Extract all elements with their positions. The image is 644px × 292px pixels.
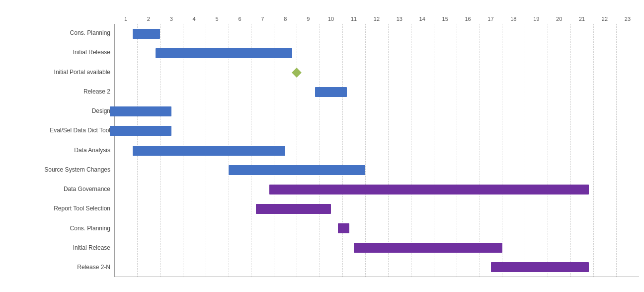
row-label: Initial Release bbox=[5, 239, 114, 257]
row-label: Release 2-N bbox=[5, 258, 114, 276]
gantt-bar bbox=[156, 48, 292, 58]
gantt-bar bbox=[338, 223, 349, 233]
axis-col: 1 bbox=[114, 16, 137, 22]
axis-col: 3 bbox=[160, 16, 183, 22]
axis-col: 9 bbox=[297, 16, 320, 22]
axis-col: 17 bbox=[480, 16, 502, 22]
axis-col: 4 bbox=[183, 16, 206, 22]
gantt-area: 1234567891011121314151617181920212223 bbox=[114, 10, 639, 277]
row-label: Source System Changes bbox=[5, 161, 114, 179]
gantt-bar bbox=[133, 29, 160, 39]
bar-row bbox=[114, 43, 639, 63]
chart-container: Cons. PlanningInitial ReleaseInitial Por… bbox=[0, 0, 644, 292]
row-label: Cons. Planning bbox=[5, 219, 114, 237]
axis-col: 2 bbox=[137, 16, 160, 22]
bar-row bbox=[114, 160, 639, 180]
row-label: Data Analysis bbox=[5, 141, 114, 159]
diamond-milestone bbox=[292, 68, 302, 78]
axis-col: 20 bbox=[548, 16, 570, 22]
axis-col: 15 bbox=[434, 16, 457, 22]
axis-col: 5 bbox=[206, 16, 229, 22]
row-label: Initial Portal available bbox=[5, 63, 114, 81]
bar-row bbox=[114, 199, 639, 218]
bar-row bbox=[114, 24, 639, 43]
bar-row bbox=[114, 141, 639, 160]
axis-col: 7 bbox=[251, 16, 274, 22]
bar-row bbox=[114, 63, 639, 82]
axis-col: 23 bbox=[616, 16, 639, 22]
axis-col: 6 bbox=[229, 16, 251, 22]
row-label: Release 2 bbox=[5, 83, 114, 100]
bar-row bbox=[114, 82, 639, 101]
row-label: Design bbox=[5, 102, 114, 120]
row-label: Report Tool Selection bbox=[5, 199, 114, 217]
axis-col: 21 bbox=[570, 16, 593, 22]
row-label: Initial Release bbox=[5, 43, 114, 61]
row-label: Cons. Planning bbox=[5, 24, 114, 42]
gantt-bar bbox=[269, 185, 589, 195]
bar-row bbox=[114, 121, 639, 141]
axis-col: 18 bbox=[502, 16, 525, 22]
gantt-bar bbox=[229, 165, 365, 175]
bars-area bbox=[114, 24, 639, 277]
gantt-bar bbox=[315, 87, 347, 97]
axis-col: 8 bbox=[274, 16, 297, 22]
bar-row bbox=[114, 102, 639, 121]
bar-row bbox=[114, 258, 639, 277]
bar-row bbox=[114, 238, 639, 258]
gantt-bar bbox=[110, 126, 171, 136]
bar-row bbox=[114, 219, 639, 238]
bar-row bbox=[114, 180, 639, 199]
labels-column: Cons. PlanningInitial ReleaseInitial Por… bbox=[5, 10, 114, 277]
axis-col: 11 bbox=[342, 16, 365, 22]
axis-col: 14 bbox=[411, 16, 434, 22]
row-label: Eval/Sel Data Dict Tool bbox=[5, 121, 114, 139]
gantt-bar bbox=[256, 204, 331, 214]
axis-col: 19 bbox=[525, 16, 548, 22]
axis-row: 1234567891011121314151617181920212223 bbox=[114, 10, 639, 24]
axis-col: 10 bbox=[320, 16, 342, 22]
axis-col: 22 bbox=[593, 16, 616, 22]
axis-col: 13 bbox=[388, 16, 411, 22]
gantt-bar bbox=[491, 262, 589, 272]
axis-col: 12 bbox=[365, 16, 388, 22]
axis-col: 16 bbox=[457, 16, 480, 22]
gantt-bar bbox=[133, 146, 286, 156]
chart-inner: Cons. PlanningInitial ReleaseInitial Por… bbox=[5, 10, 639, 277]
gantt-bar bbox=[110, 106, 171, 116]
gantt-bar bbox=[354, 243, 502, 253]
row-label: Data Governance bbox=[5, 180, 114, 198]
